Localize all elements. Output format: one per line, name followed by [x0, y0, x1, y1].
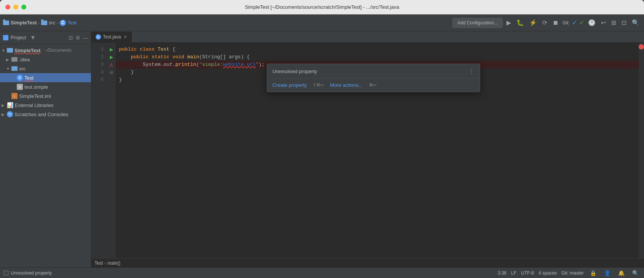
- close-button[interactable]: [5, 5, 10, 10]
- breadcrumb-arrow-1: ›: [38, 21, 40, 25]
- charset[interactable]: UTF-8: [521, 270, 534, 276]
- sidebar-collapse-button[interactable]: —: [83, 35, 88, 41]
- ext-libs-label: External Libraries: [15, 102, 53, 108]
- minimize-button[interactable]: [13, 5, 18, 10]
- status-message: Unresolved property: [11, 270, 52, 276]
- coverage-button[interactable]: ⚡: [528, 18, 538, 27]
- line-number-5: 5: [101, 76, 104, 84]
- tab-close-button[interactable]: ✕: [123, 35, 128, 40]
- fold-icon-4[interactable]: ⊟: [110, 70, 113, 75]
- gutter-line-3: ⚠: [109, 61, 114, 69]
- maximize-button[interactable]: [21, 5, 26, 10]
- kw-class: class: [140, 46, 158, 53]
- vcs-icon[interactable]: 🔒: [588, 269, 598, 277]
- project-folder-icon: [3, 21, 9, 25]
- simpletest-folder-icon: [7, 48, 13, 53]
- tree-item-test[interactable]: ▶ C Test: [0, 73, 91, 82]
- gutter-line-1[interactable]: ▶: [110, 46, 113, 53]
- sidebar-layout-button[interactable]: ⊟: [69, 35, 73, 41]
- editor-breadcrumb: Test › main(): [91, 258, 644, 267]
- src-folder-icon: [41, 21, 47, 25]
- gutter-line-4: ⊟: [110, 69, 113, 76]
- git-branch[interactable]: Git: master: [561, 270, 584, 276]
- run-button[interactable]: ▶: [505, 18, 513, 27]
- error-stripe[interactable]: [639, 44, 644, 50]
- git-rollback-button[interactable]: ↩: [599, 18, 607, 27]
- scratches-label: Scratches and Consoles: [14, 112, 68, 117]
- ext-libs-bar-icon: 📊: [7, 102, 13, 108]
- error-string: website.url: [223, 61, 256, 69]
- breadcrumb-project: SimpleTest: [11, 20, 37, 26]
- line-number-3: 3: [101, 61, 104, 69]
- search-everywhere-button[interactable]: 🔍: [630, 18, 641, 27]
- terminal-button[interactable]: ⊡: [620, 18, 628, 27]
- popup-title: Unresolved property: [272, 69, 317, 74]
- run-line-1-icon[interactable]: ▶: [110, 47, 113, 52]
- popup-menu-button[interactable]: ⋮: [468, 68, 474, 75]
- git-branches-button[interactable]: ⊞: [610, 18, 618, 27]
- line-number-2: 2: [101, 53, 104, 61]
- breadcrumb-arrow-2: ›: [57, 21, 58, 25]
- run-line-2-icon[interactable]: ▶: [110, 54, 113, 60]
- tree-item-simpletest[interactable]: ▼ SimpleTest ~/Documents: [0, 46, 91, 55]
- breadcrumb-class: Test: [95, 260, 103, 266]
- breadcrumb-method: main(): [107, 260, 120, 266]
- sidebar-settings-button[interactable]: ⚙: [75, 35, 80, 41]
- code-editor: 1 2 3 4 5 ▶ ▶ ⚠ ⊟ public class Test {: [91, 43, 644, 258]
- code-line-2: public static void main(String[] args) {: [116, 53, 639, 61]
- profile-button[interactable]: ⟳: [541, 18, 549, 27]
- idea-folder-icon: [11, 57, 18, 62]
- gutter-line-2[interactable]: ▶: [110, 53, 113, 61]
- find-icon[interactable]: 🔍: [631, 269, 640, 277]
- test-simple-icon: S: [17, 84, 23, 90]
- tree-item-iml[interactable]: ▶ I SimpleTest.iml: [0, 91, 91, 101]
- tree-item-scratches[interactable]: ▶ ✎ Scratches and Consoles: [0, 110, 91, 119]
- line-number-1: 1: [101, 46, 104, 53]
- breadcrumb-sep: ›: [104, 260, 106, 266]
- tab-name: Test.java: [103, 34, 121, 40]
- run-config-button[interactable]: Add Configuration...: [452, 18, 503, 28]
- stop-button[interactable]: ⏹: [551, 19, 560, 27]
- debug-button[interactable]: 🐛: [515, 18, 525, 27]
- git-history-button[interactable]: 🕐: [586, 18, 597, 27]
- method-main: main: [187, 53, 199, 61]
- status-left: Unresolved property: [4, 270, 495, 276]
- more-actions-button[interactable]: More actions...: [330, 82, 362, 88]
- kw-public-1: public: [119, 46, 140, 53]
- user-icon[interactable]: 👤: [602, 269, 612, 277]
- toolbar: SimpleTest › src › C Test Add Configurat…: [0, 14, 644, 31]
- tree-item-src[interactable]: ▼ src: [0, 64, 91, 73]
- line-ending[interactable]: LF: [511, 270, 516, 276]
- tab-bar: C Test.java ✕: [91, 31, 644, 43]
- sidebar-title: Project: [11, 35, 26, 40]
- test-simple-label: test.simple: [24, 84, 48, 90]
- tree-item-test-simple[interactable]: ▶ S test.simple: [0, 82, 91, 91]
- tab-test-java[interactable]: C Test.java ✕: [91, 32, 132, 42]
- sidebar-header: Project ▼ ⊟ ⚙ —: [0, 31, 91, 44]
- src-folder-tree-icon: [11, 66, 18, 71]
- tree-item-ext-libs[interactable]: ▶ 📊 External Libraries: [0, 101, 91, 110]
- tree-item-idea[interactable]: ▶ .idea: [0, 55, 91, 64]
- idea-label: .idea: [19, 57, 30, 62]
- iml-label: SimpleTest.iml: [19, 93, 51, 99]
- gutter: ▶ ▶ ⚠ ⊟: [107, 43, 116, 258]
- right-gutter: [639, 43, 644, 258]
- popup-actions: Create property ⇧⌘↩ More actions... ⌘↩: [267, 78, 480, 92]
- create-property-button[interactable]: Create property: [272, 82, 307, 88]
- test-java-icon: C: [17, 75, 23, 81]
- notifications-icon[interactable]: 🔔: [617, 269, 626, 277]
- project-tree: ▼ SimpleTest ~/Documents ▶ .idea ▼ src ▶…: [0, 44, 91, 267]
- sidebar: Project ▼ ⊟ ⚙ — ▼ SimpleTest ~/Documents…: [0, 31, 91, 267]
- popup-header: Unresolved property ⋮: [267, 64, 480, 78]
- git-label: Git:: [562, 20, 570, 26]
- iml-icon: I: [11, 93, 18, 99]
- title-bar: SimpleTest [~/Documents/source/scratch/S…: [0, 0, 644, 14]
- intention-popup: Unresolved property ⋮ Create property ⇧⌘…: [267, 64, 480, 92]
- code-line-1: public class Test {: [116, 46, 639, 53]
- git-commit-icon: ✓: [579, 19, 584, 26]
- cursor-position[interactable]: 3:36: [498, 270, 506, 276]
- project-icon: [3, 35, 8, 40]
- more-actions-shortcut: ⌘↩: [369, 83, 376, 88]
- status-indicator: [4, 271, 8, 275]
- indent-size[interactable]: 4 spaces: [538, 270, 557, 276]
